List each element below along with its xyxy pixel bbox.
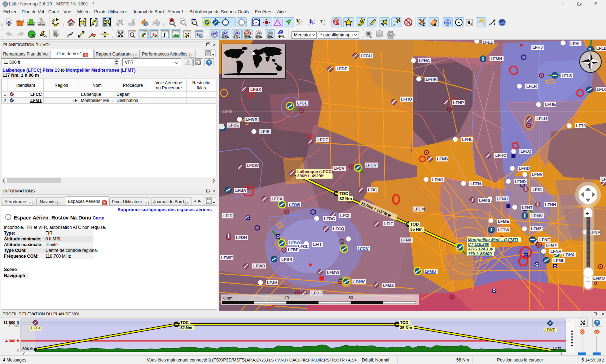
svg-text:?: ? — [200, 35, 202, 38]
svg-text:LFBF: LFBF — [288, 248, 298, 252]
svg-text:35 Nm: 35 Nm — [410, 227, 423, 231]
svg-text:TOC: TOC — [339, 191, 348, 196]
svg-text:LFNX: LFNX — [401, 238, 412, 242]
svg-text:LFNR: LFNR — [550, 249, 562, 253]
svg-text:LFLG: LFLG — [597, 87, 606, 92]
svg-text:45°N: 45°N — [222, 109, 232, 114]
svg-text:LFHO: LFHO — [495, 153, 506, 157]
svg-text:LFNH: LFNH — [545, 203, 556, 207]
svg-text:40: 40 — [284, 296, 289, 300]
svg-text:LFMT: LFMT — [544, 328, 556, 332]
svg-text:LFMS: LFMS — [479, 198, 491, 203]
svg-text:35 Nm: 35 Nm — [400, 325, 412, 330]
svg-text:ATIS 124.130: ATIS 124.130 — [467, 247, 493, 251]
svg-text:80: 80 — [348, 296, 353, 300]
svg-text:LFHD: LFHD — [519, 166, 530, 170]
svg-text:LFLS: LFLS — [562, 74, 572, 78]
svg-text:LF79: LF79 — [576, 124, 586, 128]
svg-text:LFDG: LFDG — [324, 217, 335, 221]
svg-text:LFBA: LFBA — [235, 188, 246, 192]
svg-text:OTR: OTR — [267, 36, 272, 38]
svg-text:LFHI: LFHI — [570, 41, 580, 46]
svg-text:896 ft: 896 ft — [22, 347, 33, 351]
svg-text:LFHQ: LFHQ — [401, 97, 412, 101]
svg-text:17 ft: 17 ft — [553, 346, 561, 350]
svg-text:LFMH: LFMH — [491, 57, 502, 61]
svg-text:LFNU: LFNU — [497, 197, 508, 201]
svg-text:LFSL: LFSL — [297, 101, 307, 105]
svg-text:LFNT: LFNT — [522, 205, 532, 210]
svg-text:32 Nm: 32 Nm — [180, 325, 192, 330]
svg-text:TOD: TOD — [410, 222, 419, 226]
svg-text:LFMW: LFMW — [327, 270, 339, 275]
svg-text:?: ? — [208, 60, 210, 65]
svg-text:LFNB: LFNB — [437, 157, 448, 161]
svg-text:LFDB: LFDB — [289, 203, 300, 207]
svg-text:LFCX: LFCX — [272, 197, 282, 201]
svg-text:LFCV: LFCV — [334, 166, 344, 170]
svg-text:Lalbenque (LFCC): Lalbenque (LFCC) — [297, 169, 333, 174]
svg-text:LFCW: LFCW — [247, 163, 259, 168]
svg-text:LFDE: LFDE — [337, 67, 347, 71]
svg-text:LF: LF — [601, 177, 606, 181]
svg-text:TOC: TOC — [180, 320, 189, 325]
svg-text:I: I — [163, 32, 166, 38]
svg-text:LFNO: LFNO — [432, 178, 443, 182]
svg-text:17ft L 8540ft: 17ft L 8540ft — [468, 252, 492, 256]
svg-text:LFCC: LFCC — [31, 326, 41, 330]
svg-text:T: T — [320, 19, 323, 24]
svg-text:896ft L 4929ft: 896ft L 4929ft — [297, 174, 324, 178]
svg-text:LFCM: LFCM — [413, 207, 425, 211]
svg-text:LFMA: LFMA — [563, 253, 575, 257]
svg-text:LFCL: LFCL — [298, 244, 308, 249]
svg-text:LFJH: LFJH — [267, 280, 277, 285]
svg-text:LFBE: LFBE — [228, 123, 239, 127]
svg-text:LFME: LFME — [498, 219, 509, 223]
svg-text:LFND: LFND — [515, 179, 526, 184]
svg-text:LFCK: LFCK — [357, 247, 369, 251]
svg-text:LFNE: LFNE — [539, 238, 550, 242]
svg-text:LFCI: LFCI — [340, 213, 350, 218]
svg-text:LFMZ: LFMZ — [383, 283, 394, 288]
svg-text:SPEC: SPEC — [256, 36, 262, 38]
svg-text:LFIG: LFIG — [368, 188, 377, 192]
svg-text:TOD: TOD — [400, 320, 408, 325]
svg-text:LFLB: LFLB — [596, 46, 606, 50]
svg-text:LFCQ: LFCQ — [333, 227, 344, 231]
svg-text:LFTW: LFTW — [498, 228, 509, 232]
svg-text:LFHR: LFHR — [426, 77, 437, 81]
svg-text:LFID: LFID — [223, 214, 233, 218]
svg-text:LFLR: LFLR — [526, 84, 537, 88]
svg-text:FIR: FIR — [234, 36, 238, 38]
svg-text:LFML: LFML — [553, 258, 565, 263]
svg-text:LFWF: LFWF — [221, 256, 233, 260]
svg-text:LFMV: LFMV — [531, 214, 543, 218]
svg-text:LFIB: LFIB — [260, 129, 270, 134]
svg-text:LFWD: LFWD — [253, 264, 265, 268]
svg-text:A: A — [422, 23, 425, 27]
svg-text:LFTN: LFTN — [470, 182, 481, 186]
svg-text:32 Nm: 32 Nm — [339, 196, 352, 201]
svg-text:A: A — [434, 23, 436, 27]
svg-text:LFDH: LFDH — [236, 235, 247, 240]
svg-text:RSTR: RSTR — [245, 36, 251, 38]
svg-text:LFCF: LFCF — [317, 138, 328, 142]
svg-text:Montpellier Med... (LFMT): Montpellier Med... (LFMT) — [468, 238, 518, 242]
svg-text:LFHJ: LFHJ — [532, 45, 543, 49]
svg-text:LFHP: LFHP — [453, 101, 464, 105]
svg-text:LFBX: LFBX — [250, 87, 261, 92]
svg-text:LFIT: LFIT — [313, 242, 322, 247]
svg-text:LF51: LF51 — [532, 187, 542, 192]
svg-text:LFHL: LFHL — [462, 137, 473, 142]
svg-text:LFMU: LFMU — [425, 269, 436, 274]
svg-text:LFIF: LFIF — [384, 222, 393, 226]
svg-text:0 nm: 0 nm — [223, 296, 233, 300]
svg-text:LFHE: LFHE — [545, 102, 556, 106]
svg-text:LFCR: LFCR — [365, 163, 377, 167]
svg-text:CT 118.200: CT 118.200 — [468, 242, 489, 247]
svg-text:LFBR: LFBR — [281, 257, 293, 262]
svg-text:LFCU: LFCU — [361, 54, 372, 58]
svg-text:LFNV: LFNV — [532, 172, 543, 177]
svg-text:ICAO: ICAO — [222, 36, 228, 38]
svg-text:LFLU: LFLU — [536, 116, 547, 121]
